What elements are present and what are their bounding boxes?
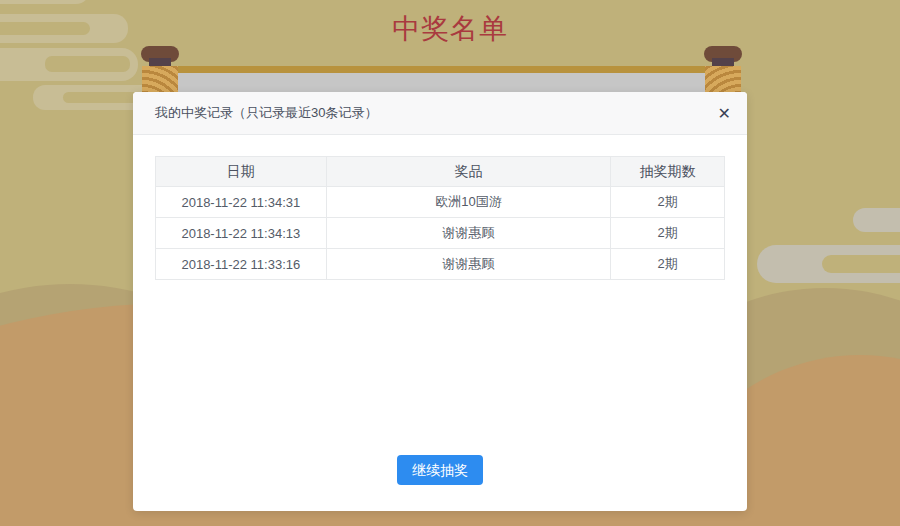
cloud-cutout <box>822 255 900 273</box>
cell-period: 2期 <box>611 218 725 249</box>
cell-prize: 谢谢惠顾 <box>326 249 611 280</box>
modal-title: 我的中奖记录（只记录最近30条记录） <box>155 104 377 122</box>
winning-records-modal: 我的中奖记录（只记录最近30条记录） ✕ 日期 奖品 抽奖期数 2018-11-… <box>133 92 747 511</box>
cloud-bar <box>0 0 90 4</box>
table-header-row: 日期 奖品 抽奖期数 <box>156 157 725 187</box>
scroll-rod <box>176 66 708 73</box>
close-icon[interactable]: ✕ <box>718 92 731 135</box>
table-row: 2018-11-22 11:34:31 欧洲10国游 2期 <box>156 187 725 218</box>
cell-prize: 谢谢惠顾 <box>326 218 611 249</box>
table-header-date: 日期 <box>156 157 327 187</box>
cell-period: 2期 <box>611 187 725 218</box>
cell-date: 2018-11-22 11:34:31 <box>156 187 327 218</box>
table-row: 2018-11-22 11:34:13 谢谢惠顾 2期 <box>156 218 725 249</box>
cell-date: 2018-11-22 11:33:16 <box>156 249 327 280</box>
continue-draw-button[interactable]: 继续抽奖 <box>397 455 483 485</box>
records-table: 日期 奖品 抽奖期数 2018-11-22 11:34:31 欧洲10国游 2期… <box>155 156 725 280</box>
page-title: 中奖名单 <box>0 10 900 48</box>
table-row: 2018-11-22 11:33:16 谢谢惠顾 2期 <box>156 249 725 280</box>
table-header-prize: 奖品 <box>326 157 611 187</box>
cloud-bar <box>853 208 900 232</box>
modal-header: 我的中奖记录（只记录最近30条记录） ✕ <box>133 92 747 135</box>
cloud-cutout <box>45 56 130 72</box>
table-header-period: 抽奖期数 <box>611 157 725 187</box>
cell-date: 2018-11-22 11:34:13 <box>156 218 327 249</box>
cell-period: 2期 <box>611 249 725 280</box>
cell-prize: 欧洲10国游 <box>326 187 611 218</box>
